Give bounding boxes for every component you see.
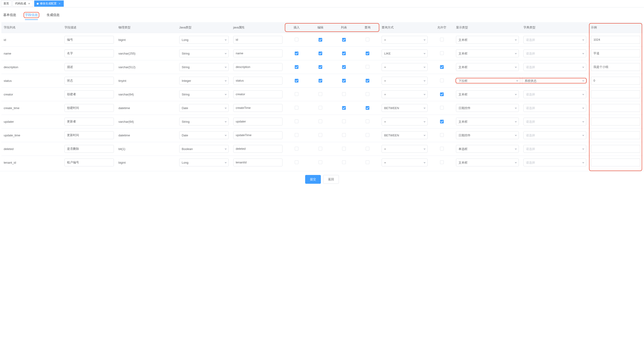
close-icon[interactable]: × — [58, 2, 61, 5]
insert-checkbox[interactable] — [295, 147, 298, 150]
tab-code-gen[interactable]: 代码生成 × — [12, 1, 33, 7]
java-type-select[interactable]: String — [179, 50, 229, 57]
query-type-select[interactable]: BETWEEN — [382, 131, 428, 139]
java-type-select[interactable]: Long — [179, 159, 229, 166]
java-prop-input[interactable] — [233, 63, 283, 71]
allow-null-checkbox[interactable] — [440, 51, 444, 55]
query-type-select[interactable]: = — [382, 159, 428, 166]
java-prop-input[interactable] — [233, 50, 283, 57]
query-type-select[interactable]: = — [382, 90, 428, 98]
java-prop-input[interactable] — [233, 90, 283, 98]
java-prop-input[interactable] — [233, 145, 283, 153]
example-input[interactable] — [591, 90, 640, 98]
example-input[interactable] — [591, 104, 640, 112]
display-type-select[interactable]: 文本框 — [456, 50, 519, 57]
col-desc-input[interactable] — [64, 145, 114, 153]
allow-null-checkbox[interactable] — [440, 120, 444, 123]
java-type-select[interactable]: Date — [179, 131, 229, 139]
query-checkbox[interactable] — [366, 52, 369, 55]
example-input[interactable] — [591, 77, 640, 85]
query-checkbox[interactable] — [366, 38, 369, 41]
allow-null-checkbox[interactable] — [440, 79, 444, 82]
list-checkbox[interactable] — [342, 52, 346, 55]
java-prop-input[interactable] — [233, 104, 283, 112]
allow-null-checkbox[interactable] — [440, 160, 444, 164]
query-checkbox[interactable] — [366, 65, 369, 69]
list-checkbox[interactable] — [342, 79, 346, 83]
display-type-select[interactable]: 日期控件 — [456, 104, 519, 112]
allow-null-checkbox[interactable] — [440, 133, 444, 137]
java-type-select[interactable]: Long — [179, 36, 229, 44]
java-type-select[interactable]: String — [179, 118, 229, 126]
display-type-select[interactable]: 下拉框 — [456, 77, 520, 85]
java-prop-input[interactable] — [233, 36, 283, 44]
query-type-select[interactable]: = — [382, 36, 428, 44]
list-checkbox[interactable] — [342, 38, 346, 42]
col-desc-input[interactable] — [64, 104, 114, 112]
list-checkbox[interactable] — [342, 133, 346, 137]
edit-checkbox[interactable] — [318, 106, 322, 110]
insert-checkbox[interactable] — [295, 52, 298, 55]
tab-edit-gen-config[interactable]: 修改生成配置 × — [34, 1, 64, 7]
dict-type-select[interactable]: 请选择 — [524, 131, 586, 139]
java-type-select[interactable]: Boolean — [179, 145, 229, 153]
submit-button[interactable]: 提交 — [305, 175, 321, 184]
dict-type-select[interactable]: 请选择 — [524, 63, 586, 71]
allow-null-checkbox[interactable] — [440, 65, 444, 69]
example-input[interactable] — [591, 63, 640, 71]
edit-checkbox[interactable] — [318, 92, 322, 96]
col-desc-input[interactable] — [64, 77, 114, 85]
list-checkbox[interactable] — [342, 65, 346, 69]
list-checkbox[interactable] — [342, 120, 346, 123]
allow-null-checkbox[interactable] — [440, 38, 444, 41]
insert-checkbox[interactable] — [295, 106, 298, 110]
allow-null-checkbox[interactable] — [440, 147, 444, 150]
example-input[interactable] — [591, 159, 640, 166]
example-input[interactable] — [591, 145, 640, 153]
java-prop-input[interactable] — [233, 131, 283, 139]
close-icon[interactable]: × — [28, 2, 31, 5]
example-input[interactable] — [591, 131, 640, 139]
col-desc-input[interactable] — [64, 36, 114, 44]
edit-checkbox[interactable] — [318, 133, 322, 137]
subtab-gen[interactable]: 生成信息 — [46, 12, 60, 20]
dict-type-select[interactable]: 请选择 — [524, 50, 586, 57]
query-type-select[interactable]: = — [382, 63, 428, 71]
java-type-select[interactable]: String — [179, 90, 229, 98]
display-type-select[interactable]: 文本框 — [456, 159, 519, 166]
col-desc-input[interactable] — [64, 63, 114, 71]
edit-checkbox[interactable] — [318, 160, 322, 164]
edit-checkbox[interactable] — [318, 79, 322, 83]
java-prop-input[interactable] — [233, 159, 283, 166]
query-type-select[interactable]: LIKE — [382, 50, 428, 57]
col-desc-input[interactable] — [64, 50, 114, 57]
edit-checkbox[interactable] — [318, 120, 322, 123]
insert-checkbox[interactable] — [295, 79, 298, 83]
subtab-fields[interactable]: 字段信息 — [25, 12, 38, 20]
display-type-select[interactable]: 文本框 — [456, 63, 519, 71]
list-checkbox[interactable] — [342, 160, 346, 164]
display-type-select[interactable]: 文本框 — [456, 36, 519, 44]
insert-checkbox[interactable] — [295, 160, 298, 164]
query-type-select[interactable]: = — [382, 118, 428, 126]
edit-checkbox[interactable] — [318, 65, 322, 69]
back-button[interactable]: 返回 — [323, 175, 339, 184]
edit-checkbox[interactable] — [318, 147, 322, 150]
query-type-select[interactable]: = — [382, 145, 428, 153]
display-type-select[interactable]: 单选框 — [456, 145, 519, 153]
insert-checkbox[interactable] — [295, 120, 298, 123]
dict-type-select[interactable]: 请选择 — [524, 104, 586, 112]
col-desc-input[interactable] — [64, 159, 114, 166]
insert-checkbox[interactable] — [295, 133, 298, 137]
java-type-select[interactable]: Date — [179, 104, 229, 112]
list-checkbox[interactable] — [342, 92, 346, 96]
allow-null-checkbox[interactable] — [440, 93, 444, 96]
example-input[interactable] — [591, 36, 640, 44]
list-checkbox[interactable] — [342, 147, 346, 150]
insert-checkbox[interactable] — [295, 65, 298, 69]
query-type-select[interactable]: = — [382, 77, 428, 85]
query-checkbox[interactable] — [366, 92, 369, 96]
dict-type-select[interactable]: 请选择 — [524, 159, 586, 166]
dict-type-select[interactable]: 请选择 — [524, 90, 586, 98]
query-checkbox[interactable] — [366, 106, 369, 110]
